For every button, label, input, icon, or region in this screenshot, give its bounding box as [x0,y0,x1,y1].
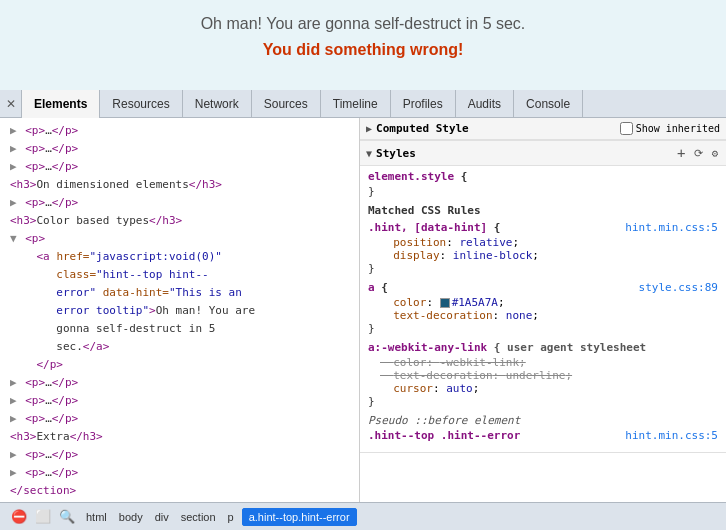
styles-actions: + ⟳ ⚙ [674,145,720,161]
dom-line[interactable]: ▶ <p>…</p> [0,410,359,428]
tab-audits[interactable]: Audits [456,90,514,118]
tab-resources[interactable]: Resources [100,90,182,118]
preview-line2: You did something wrong! [10,41,716,59]
dom-line[interactable]: ▶ <p>…</p> [0,374,359,392]
css-rule: a { style.css:89 color: #1A5A7A; text-de… [368,281,718,335]
dom-line[interactable]: <h3>Extra</h3> [0,428,359,446]
computed-style-section: ▶ Computed Style Show inherited [360,118,726,141]
styles-arrow: ▼ [366,148,372,159]
dom-line[interactable]: <h3>Color based types</h3> [0,212,359,230]
styles-header: ▼ Styles + ⟳ ⚙ [360,141,726,166]
css-prop: position: relative; [368,236,718,249]
styles-section: ▼ Styles + ⟳ ⚙ element.style {}Matched C… [360,141,726,453]
add-style-button[interactable]: + [674,145,688,161]
breadcrumb-item[interactable]: div [151,511,173,523]
css-prop: text-decoration: underline; [368,369,718,382]
css-close: } [368,395,718,408]
dom-line[interactable]: </section> [0,482,359,500]
devtools-content: ▶ <p>…</p>▶ <p>…</p>▶ <p>…</p><h3>On dim… [0,118,726,502]
css-rule: .hint--top .hint--error hint.min.css:5 [368,429,718,442]
devtools-tabs: ✕ ElementsResourcesNetworkSourcesTimelin… [0,90,726,118]
tab-console[interactable]: Console [514,90,583,118]
source-link[interactable]: hint.min.css:5 [625,429,718,442]
tab-profiles[interactable]: Profiles [391,90,456,118]
css-selector: a:-webkit-any-link { user agent styleshe… [368,341,718,354]
dom-line[interactable]: ▶ <p>…</p> [0,158,359,176]
active-node-badge[interactable]: a.hint--top.hint--error [242,508,357,526]
computed-style-header: ▶ Computed Style Show inherited [360,118,726,140]
dom-line[interactable]: <section class="section section-- [0,500,359,502]
show-inherited-checkbox[interactable]: Show inherited [620,122,720,135]
dom-line[interactable]: ▶ <p>…</p> [0,446,359,464]
css-selector: .hint, [data-hint] { hint.min.css:5 [368,221,718,234]
dom-line[interactable]: ▶ <p>…</p> [0,392,359,410]
search-icon[interactable]: 🔍 [56,506,78,528]
css-prop: cursor: auto; [368,382,718,395]
styles-panel: ▶ Computed Style Show inherited ▼ Styles… [360,118,726,502]
css-prop: color: #1A5A7A; [368,296,718,309]
css-prop: display: inline-block; [368,249,718,262]
dom-line[interactable]: sec.</a> [0,338,359,356]
dom-line[interactable]: <a href="javascript:void(0)" [0,248,359,266]
settings-style-button[interactable]: ⚙ [709,147,720,160]
breadcrumb-item[interactable]: html [82,511,111,523]
dom-line[interactable]: ▶ <p>…</p> [0,122,359,140]
status-bar: ⛔ ⬜ 🔍 htmlbodydivsectionpa.hint--top.hin… [0,502,726,530]
preview-area: Oh man! You are gonna self-destruct in 5… [0,0,726,90]
dom-panel: ▶ <p>…</p>▶ <p>…</p>▶ <p>…</p><h3>On dim… [0,118,360,502]
css-close: } [368,185,718,198]
status-icons: ⛔ ⬜ 🔍 [8,506,78,528]
css-selector: element.style { [368,170,718,183]
inspect-icon[interactable]: ⬜ [32,506,54,528]
show-inherited-input[interactable] [620,122,633,135]
source-link[interactable]: hint.min.css:5 [625,221,718,234]
css-rule: element.style {} [368,170,718,198]
breadcrumb-item[interactable]: body [115,511,147,523]
dom-line[interactable]: ▼ <p> [0,230,359,248]
breadcrumb-item[interactable]: p [224,511,238,523]
css-rule: .hint, [data-hint] { hint.min.css:5 posi… [368,221,718,275]
tab-elements[interactable]: Elements [22,90,100,118]
stop-icon[interactable]: ⛔ [8,506,30,528]
styles-body: element.style {}Matched CSS Rules .hint,… [360,166,726,452]
tab-timeline[interactable]: Timeline [321,90,391,118]
styles-title: Styles [376,147,674,160]
dom-line[interactable]: <h3>On dimensioned elements</h3> [0,176,359,194]
show-inherited-label: Show inherited [636,123,720,134]
dom-line[interactable]: error tooltip">Oh man! You are [0,302,359,320]
css-close: } [368,262,718,275]
css-selector: a { style.css:89 [368,281,718,294]
computed-style-arrow: ▶ [366,123,372,134]
dom-line[interactable]: gonna self-destruct in 5 [0,320,359,338]
dom-line[interactable]: ▶ <p>…</p> [0,140,359,158]
matched-css-rules-header: Matched CSS Rules [368,204,718,217]
source-link[interactable]: style.css:89 [639,281,718,294]
css-selector: .hint--top .hint--error hint.min.css:5 [368,429,718,442]
dom-line[interactable]: ▶ <p>…</p> [0,194,359,212]
close-devtools-button[interactable]: ✕ [0,90,22,118]
pseudo-element-header: Pseudo ::before element [368,414,718,427]
dom-line[interactable]: </p> [0,356,359,374]
tab-network[interactable]: Network [183,90,252,118]
computed-style-title: Computed Style [376,122,620,135]
css-prop: color: -webkit-link; [368,356,718,369]
dom-line[interactable]: ▶ <p>…</p> [0,464,359,482]
refresh-style-button[interactable]: ⟳ [692,147,705,160]
css-close: } [368,322,718,335]
breadcrumb-item[interactable]: section [177,511,220,523]
css-prop: text-decoration: none; [368,309,718,322]
preview-line1: Oh man! You are gonna self-destruct in 5… [10,15,716,33]
dom-line[interactable]: error" data-hint="This is an [0,284,359,302]
dom-line[interactable]: class="hint--top hint-- [0,266,359,284]
css-rule: a:-webkit-any-link { user agent styleshe… [368,341,718,408]
tab-sources[interactable]: Sources [252,90,321,118]
